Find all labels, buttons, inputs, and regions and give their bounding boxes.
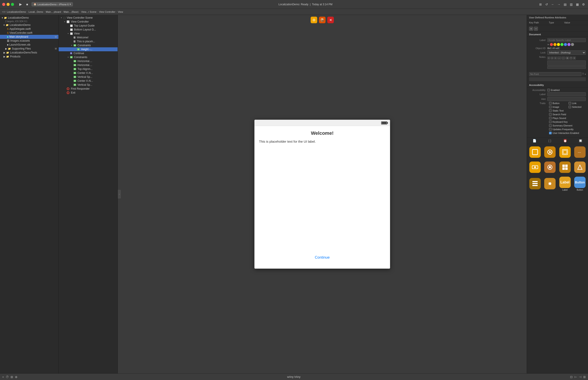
rp-icon-box[interactable]: 🔲 — [578, 138, 583, 143]
rp-input-hint[interactable] — [547, 97, 586, 101]
scheme-selector[interactable]: 🏠 LocalizationDemo › iPhone 6 ▾ — [32, 2, 73, 6]
cb-keyboardkey[interactable] — [549, 120, 552, 123]
comp-item-5[interactable] — [528, 160, 542, 175]
comp-item-3[interactable] — [558, 145, 572, 160]
outline-constraints-top[interactable]: ▾ ⊞ Constraints — [59, 55, 118, 59]
comp-item-4[interactable]: ··· — [573, 145, 587, 160]
canvas-collapse-arrow[interactable]: › — [118, 190, 121, 199]
bottom-embed-icon[interactable]: ⊞ — [583, 375, 586, 379]
outline-placeholder[interactable]: ▶ L This is placeh... — [59, 39, 118, 43]
trait-updates[interactable]: Updates Frequently — [547, 128, 586, 131]
color-dot-gray[interactable] — [571, 43, 574, 46]
trait-link[interactable]: Link — [567, 102, 586, 105]
breadcrumb-item-6[interactable]: View Controller — [99, 11, 115, 13]
color-dot-yellow[interactable] — [557, 43, 560, 46]
color-dot-green[interactable] — [560, 43, 564, 46]
breadcrumb-item-2[interactable]: Locali...Demo — [28, 11, 43, 13]
breadcrumb-item-1[interactable]: LocalizationDemo — [7, 11, 26, 13]
remove-attribute-button[interactable]: − — [534, 27, 538, 31]
outline-topalign[interactable]: ▶ ⊞ Top Alignm... — [59, 67, 118, 71]
rp-font-icon[interactable]: T — [582, 73, 584, 76]
color-dot-orange[interactable] — [553, 43, 556, 46]
outline-bottomlayout[interactable]: ▶ ⬜ Bottom Layout G... — [59, 28, 118, 32]
outline-height[interactable]: ▶ ⊞ Height -... — [59, 47, 118, 51]
notes-align-right[interactable]: ≡ — [554, 57, 557, 60]
bottom-grid-icon[interactable]: ⊞ — [11, 375, 13, 379]
comp-item-10[interactable] — [543, 175, 557, 192]
outline-welcome[interactable]: ▶ L Welcome! — [59, 36, 118, 39]
nav-item-products[interactable]: ▶ 📁 Products — [0, 55, 58, 58]
nav-item-localdemo[interactable]: ▾ 📁 LocalizationDemo — [0, 23, 58, 27]
outline-exit[interactable]: ▶ ⭕ Exit — [59, 91, 118, 95]
height-indicator[interactable]: hAny — [294, 375, 300, 379]
rp-font-arrow[interactable]: ▾ — [585, 73, 586, 76]
layout-icon[interactable]: ⊞ — [538, 2, 543, 7]
cb-statictext[interactable] — [549, 109, 552, 112]
notes-list[interactable]: ⬚ — [562, 57, 565, 60]
ios-continue-button[interactable]: Continue — [315, 255, 330, 260]
outline-vc-scene[interactable]: ▾ ⬚ View Controller Scene — [59, 16, 118, 20]
breadcrumb-item-3[interactable]: Main....yboard — [46, 11, 61, 13]
nav-item-root[interactable]: ▾ 📁 LocalizationDemo — [0, 16, 58, 20]
cb-searchfield[interactable] — [549, 113, 552, 116]
trait-image[interactable]: Image — [547, 106, 566, 108]
bottom-zoom-icon[interactable]: ⊕ — [15, 375, 17, 379]
comp-item-label[interactable]: Label Label — [558, 175, 572, 192]
panel-left-icon[interactable]: ▤ — [563, 2, 567, 7]
cb-userinteraction[interactable]: ✓ — [549, 132, 552, 134]
notes-align-center[interactable]: ≡ — [551, 57, 553, 60]
run-button[interactable]: ▶ — [18, 2, 23, 7]
trait-statictext[interactable]: Static Text — [547, 109, 586, 112]
bottom-clock-icon[interactable]: ⏱ — [6, 375, 9, 379]
storyboard-icon-box[interactable]: 📦 — [319, 17, 326, 23]
comp-item-2[interactable] — [543, 145, 557, 160]
rp-font-selector[interactable]: No Font — [529, 72, 581, 76]
library-icon[interactable]: ↺ — [544, 2, 549, 7]
cb-updates[interactable] — [549, 128, 552, 131]
outline-centerx1[interactable]: ▶ ⊞ Center X Al... — [59, 71, 118, 75]
trait-playssound[interactable]: Plays Sound — [547, 117, 586, 119]
nav-item-launchscreen[interactable]: ■ LaunchScreen.xib — [0, 43, 58, 47]
comp-item-9[interactable] — [528, 175, 542, 192]
bottom-resolve-icon[interactable]: ⊣ — [579, 375, 581, 379]
bottom-add-icon[interactable]: + — [2, 375, 4, 379]
color-dot-purple[interactable] — [567, 43, 571, 46]
notes-more[interactable]: T — [570, 57, 573, 60]
panel-bottom-icon[interactable]: ▥ — [569, 2, 573, 7]
comp-item-6[interactable] — [543, 160, 557, 175]
comp-item-button[interactable]: Button Button — [573, 175, 587, 192]
notes-align-justify[interactable]: — — [557, 57, 561, 60]
notes-font[interactable]: ▾ — [573, 57, 576, 60]
outline-view[interactable]: ▾ ⬜ View — [59, 32, 118, 36]
rp-icon-file[interactable]: 📄 — [532, 138, 537, 143]
nav-item-appdelegate[interactable]: S AppDelegate.swift — [0, 27, 58, 31]
navigate-forward-icon[interactable]: → — [556, 2, 561, 7]
storyboard-icon-settings[interactable]: ⚙ — [311, 17, 317, 23]
navigate-back-icon[interactable]: ← — [550, 2, 555, 7]
cb-button[interactable] — [549, 102, 552, 105]
bottom-pin-icon[interactable]: ⊢ — [574, 375, 577, 379]
settings-icon[interactable]: ⚙ — [581, 2, 586, 7]
stop-button[interactable]: ■ — [24, 2, 30, 7]
bottom-align-icon[interactable]: ⊡ — [570, 375, 573, 379]
nav-item-viewcontroller[interactable]: S ViewController.swift — [0, 31, 58, 35]
rp-input-label[interactable] — [547, 38, 586, 42]
trait-userinteraction[interactable]: ✓ User Interaction Enabled — [547, 132, 586, 134]
nav-item-mainstoryboard[interactable]: ■ Main.storyboard M — [0, 35, 58, 39]
outline-verticalsp2[interactable]: ▶ ⊞ Vertical Sp... — [59, 83, 118, 87]
comp-item-7[interactable] — [558, 160, 572, 175]
notes-align-left[interactable]: ≡ — [547, 57, 550, 60]
notes-table[interactable]: ⊞ — [566, 57, 569, 60]
add-attribute-button[interactable]: + — [529, 27, 533, 31]
breadcrumb-item-7[interactable]: View — [118, 11, 123, 13]
trait-selected[interactable]: Selected — [567, 106, 586, 108]
rp-icon-code[interactable]: { } — [548, 138, 552, 143]
cb-summary[interactable] — [549, 124, 552, 127]
close-button[interactable] — [2, 3, 5, 6]
cb-image[interactable] — [549, 106, 552, 108]
rp-icon-clock[interactable]: ⏰ — [563, 138, 567, 143]
cb-link[interactable] — [569, 102, 571, 105]
storyboard-icon-close[interactable]: ✕ — [327, 17, 334, 23]
rp-input-acc-label[interactable] — [547, 92, 586, 96]
rp-select-lock[interactable]: Inherited - (Nothing) — [547, 50, 586, 55]
